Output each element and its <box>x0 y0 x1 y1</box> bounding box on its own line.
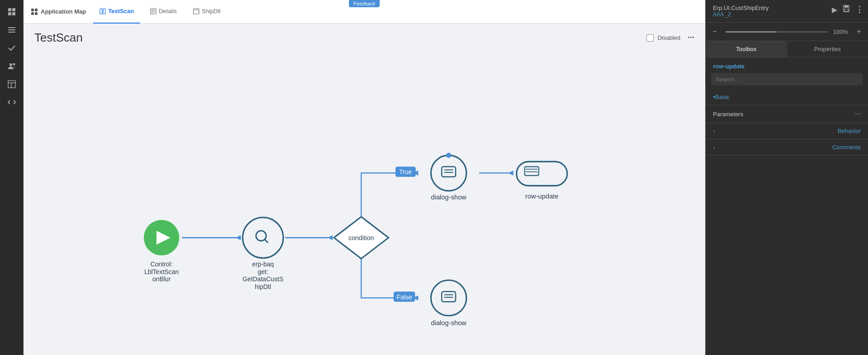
connector-dot-top <box>446 153 451 158</box>
sidebar-icon-check[interactable] <box>4 40 20 56</box>
play-button[interactable]: ▶ <box>832 5 837 14</box>
dialog-show-bot-node[interactable] <box>431 280 467 316</box>
sidebar-icon-layers[interactable] <box>4 22 20 38</box>
flow-svg: True False erp-baq get: GetDataCustS hip… <box>24 51 705 355</box>
app-logo: Application Map <box>31 8 86 15</box>
tab-details-label: Details <box>159 8 177 14</box>
page-title: TestScan <box>34 31 83 45</box>
svg-rect-5 <box>8 29 15 30</box>
selected-node-label: row-update <box>706 57 868 73</box>
right-panel: Erp.UI.CustShipEntry AAA _2 ▶ ⋮ − 100% +… <box>705 0 868 355</box>
more-options-button[interactable]: ··· <box>688 33 694 43</box>
sidebar-icon-grid[interactable] <box>4 4 20 20</box>
svg-point-8 <box>13 63 15 66</box>
accordion-basic-header[interactable]: ▾ Basic <box>706 89 868 105</box>
erpbaq-param-label: hipDtl <box>255 283 271 290</box>
search-input[interactable] <box>711 73 863 85</box>
tab-toolbox[interactable]: Toolbox <box>706 41 787 57</box>
canvas-controls: Disabled ··· <box>646 33 694 43</box>
accordion-comments-header[interactable]: › Comments <box>706 139 868 155</box>
disabled-toggle[interactable]: Disabled <box>646 34 680 42</box>
accordion-behavior: › Behavior <box>706 123 868 139</box>
dialog-icon-top <box>442 167 456 177</box>
sidebar <box>0 0 24 355</box>
row-update-icon <box>525 167 539 176</box>
save-button[interactable] <box>843 5 850 14</box>
tab-properties[interactable]: Properties <box>787 41 868 57</box>
svg-rect-0 <box>8 8 11 11</box>
svg-rect-17 <box>103 9 105 14</box>
top-bar: Feedback Application Map TestScan Detail… <box>24 0 705 24</box>
sidebar-icon-users[interactable] <box>4 58 20 74</box>
accordion-comments: › Comments <box>706 139 868 156</box>
zoom-level: 100% <box>833 28 848 35</box>
right-panel-header: Erp.UI.CustShipEntry AAA _2 ▶ ⋮ <box>706 0 868 23</box>
svg-rect-15 <box>35 12 38 15</box>
chevron-right-icon-comments: › <box>713 144 715 151</box>
svg-rect-3 <box>12 12 15 15</box>
zoom-out-button[interactable]: − <box>709 26 720 37</box>
true-tag-label: True <box>399 168 412 175</box>
row-update-node[interactable] <box>517 161 567 185</box>
parameters-label: Parameters <box>713 111 855 118</box>
svg-rect-2 <box>8 12 11 15</box>
dialog-icon-bot <box>442 292 456 302</box>
svg-point-7 <box>9 63 12 66</box>
dialog-show-bot-label: dialog-show <box>431 319 467 327</box>
tab-testscan[interactable]: TestScan <box>93 0 140 24</box>
toolbox-tabs: Toolbox Properties <box>706 41 868 57</box>
svg-rect-25 <box>844 5 848 8</box>
start-label-3: onBlur <box>152 275 171 283</box>
svg-rect-6 <box>8 32 15 33</box>
erpbaq-method-label: GetDataCustS <box>242 275 283 283</box>
dialog-show-top-node[interactable] <box>431 155 467 191</box>
app-title: Application Map <box>41 8 86 15</box>
dialog-show-top-label: dialog-show <box>431 194 467 201</box>
accordion-behavior-header[interactable]: › Behavior <box>706 123 868 139</box>
false-tag-label: False <box>396 293 412 301</box>
svg-rect-9 <box>8 80 15 88</box>
svg-rect-26 <box>844 9 848 11</box>
arrow-4 <box>508 170 513 175</box>
svg-rect-4 <box>8 27 15 28</box>
arrow-1 <box>236 235 241 240</box>
edge-condition-true <box>361 173 418 221</box>
disabled-checkbox[interactable] <box>646 34 654 42</box>
condition-label: condition <box>349 234 374 241</box>
erpbaq-search-line <box>265 240 268 243</box>
zoom-bar: − 100% + <box>706 23 868 41</box>
zoom-slider[interactable] <box>726 31 828 33</box>
svg-rect-16 <box>100 9 102 14</box>
main-area: Feedback Application Map TestScan Detail… <box>24 0 705 355</box>
accordion-parameters-header[interactable]: Parameters ··· <box>706 105 868 123</box>
erpbaq-node[interactable] <box>243 218 283 258</box>
disabled-label: Disabled <box>657 34 680 41</box>
feedback-button[interactable]: Feedback <box>349 0 380 7</box>
tab-shipdtl-label: ShipDtl <box>202 8 221 14</box>
accordion-basic: ▾ Basic <box>706 89 868 105</box>
erpbaq-get-label: get: <box>258 268 268 275</box>
canvas-area: TestScan Disabled ··· <box>24 24 705 355</box>
svg-rect-22 <box>193 9 199 14</box>
svg-rect-12 <box>31 9 34 11</box>
behavior-label: Behavior <box>838 128 861 134</box>
comments-label: Comments <box>832 144 861 151</box>
erpbaq-label: erp-baq <box>252 260 274 268</box>
start-label-1: Control: <box>151 260 173 268</box>
row-update-label: row-update <box>525 193 559 200</box>
tab-details[interactable]: Details <box>144 0 183 24</box>
tab-shipdtl[interactable]: ShipDtl <box>187 0 227 24</box>
zoom-in-button[interactable]: + <box>854 26 864 37</box>
flow-diagram: True False erp-baq get: GetDataCustS hip… <box>24 51 705 355</box>
svg-rect-1 <box>12 8 15 11</box>
svg-rect-14 <box>31 12 34 15</box>
sidebar-icon-code[interactable] <box>4 94 20 110</box>
start-label-2: LblTextScan <box>144 268 179 275</box>
accordion-parameters: Parameters ··· <box>706 105 868 123</box>
canvas-header: TestScan Disabled ··· <box>24 24 705 48</box>
svg-rect-13 <box>35 9 38 11</box>
more-menu-button[interactable]: ⋮ <box>855 5 863 14</box>
parameters-more-icon[interactable]: ··· <box>855 110 861 118</box>
sidebar-icon-table[interactable] <box>4 76 20 92</box>
tab-testscan-label: TestScan <box>108 8 134 14</box>
